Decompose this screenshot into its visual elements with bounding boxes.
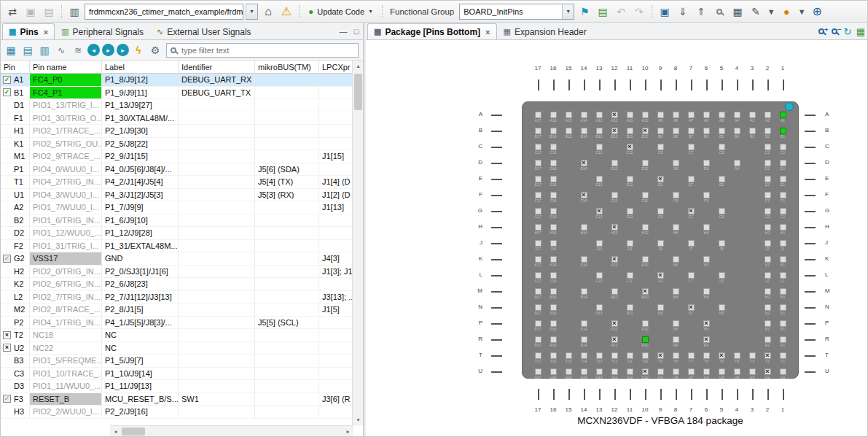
package-pin[interactable] (566, 352, 572, 359)
package-pin[interactable] (627, 208, 633, 214)
undo-icon[interactable]: ↶ (613, 4, 629, 20)
package-pin[interactable] (780, 336, 786, 343)
minimize-view-icon[interactable]: — (337, 25, 350, 38)
tab-pins[interactable]: ▦ Pins × (2, 23, 55, 39)
package-pin[interactable] (550, 160, 557, 166)
package-pin[interactable] (596, 368, 603, 375)
package-pin[interactable] (734, 352, 740, 359)
quick-route-icon[interactable]: ϟ (131, 43, 146, 58)
package-pin[interactable] (550, 352, 557, 359)
package-pin[interactable] (749, 128, 756, 134)
horizontal-scrollbar-thumb[interactable] (122, 428, 145, 436)
package-pin[interactable] (703, 288, 710, 295)
package-pin[interactable] (765, 176, 771, 182)
package-pin[interactable] (550, 240, 557, 247)
show-not-routed-pins-icon[interactable]: ▸ (117, 44, 129, 56)
scroll-up-icon[interactable]: ▴ (353, 61, 364, 71)
package-pin[interactable] (780, 288, 786, 295)
package-pin[interactable] (581, 368, 587, 375)
package-pin[interactable] (550, 288, 557, 295)
package-pin[interactable]: × (657, 272, 664, 279)
package-pin[interactable] (550, 176, 557, 182)
package-pin[interactable] (765, 192, 771, 198)
table-row[interactable]: P2PIO4_1/TRIG_IN...P4_1/J5[5]/J8[3]/...J… (1, 317, 353, 330)
export-icon[interactable]: ⇓ (675, 4, 691, 20)
table-row[interactable]: L2PIO2_7/TRIG_IN...P2_7/J1[12]/J3[13]J3[… (1, 291, 353, 304)
package-pin[interactable] (642, 256, 649, 263)
zoom-in-icon[interactable]: + (815, 25, 828, 38)
package-pin[interactable] (642, 112, 649, 118)
package-pin[interactable] (780, 240, 786, 247)
package-pin[interactable] (596, 144, 603, 150)
package-pin[interactable] (535, 128, 541, 134)
table-row[interactable]: D3PIO1_11/WUU0_...P1_11/J9[13] (1, 380, 353, 393)
package-pin[interactable] (703, 352, 710, 359)
package-pin[interactable] (550, 112, 557, 118)
package-pin[interactable] (535, 368, 541, 375)
package-pin[interactable]: × (611, 112, 618, 118)
package-pin[interactable] (627, 272, 633, 279)
package-pin[interactable] (596, 128, 603, 134)
package-pin[interactable] (780, 208, 786, 214)
package-pin[interactable] (535, 256, 541, 263)
export-image-icon[interactable]: ▦ (854, 25, 867, 38)
package-pin[interactable] (780, 176, 786, 182)
table-row[interactable]: ✓G2VSS17GNDJ4[3] (1, 252, 353, 266)
pin-checkbox[interactable]: ✓ (3, 88, 11, 96)
filter-input[interactable] (180, 45, 354, 55)
package-pin[interactable] (535, 240, 541, 247)
package-pin[interactable] (688, 128, 695, 134)
package-pin[interactable] (749, 368, 756, 375)
package-pin[interactable] (780, 128, 786, 134)
column-header[interactable]: LPCXpr (319, 61, 353, 73)
package-pin[interactable] (642, 320, 649, 327)
package-pin[interactable] (611, 352, 618, 359)
package-pin[interactable]: × (611, 256, 618, 263)
package-pin[interactable] (627, 128, 633, 134)
package-pin[interactable] (535, 336, 541, 343)
package-pin[interactable] (550, 320, 557, 327)
package-pin[interactable] (673, 320, 679, 327)
package-pin[interactable] (673, 352, 679, 359)
package-pin[interactable] (627, 304, 633, 311)
table-row[interactable]: ×U2NC22NC (1, 342, 353, 355)
horizontal-scrollbar[interactable]: ◂ ▸ (110, 425, 353, 436)
package-pin[interactable] (734, 160, 740, 166)
package-pin[interactable] (765, 160, 771, 166)
package-pin[interactable] (765, 288, 771, 295)
package-pin[interactable] (765, 208, 771, 214)
package-pin[interactable] (719, 128, 725, 134)
package-pin[interactable]: × (611, 224, 618, 231)
package-pin[interactable] (550, 256, 557, 263)
package-pin[interactable] (611, 192, 618, 198)
package-pin[interactable] (642, 160, 649, 166)
vertical-scrollbar[interactable]: ▴ ▾ (352, 61, 363, 425)
table-row[interactable]: ✓F3RESET_BMCU_RESET_B/S...SW1J3[6] (R (1, 393, 353, 406)
signal-compact-view-icon[interactable]: ≋ (71, 43, 85, 58)
problems-warning-icon[interactable]: ⚠ (278, 4, 294, 20)
package-pin[interactable] (596, 304, 603, 311)
package-pin[interactable]: × (642, 288, 649, 295)
transfer-config-icon[interactable]: ⇄ (4, 4, 20, 20)
search-icon[interactable] (711, 4, 727, 20)
maximize-view-icon[interactable]: □ (350, 25, 363, 38)
package-pin[interactable] (719, 272, 725, 279)
package-pin[interactable] (611, 368, 618, 375)
package-pin[interactable] (627, 368, 633, 375)
package-pin[interactable] (719, 240, 725, 247)
package-pin[interactable] (535, 208, 541, 214)
package-pin[interactable] (780, 144, 786, 150)
table-row[interactable]: C3PIO1_10/TRACE_...P1_10/J9[14] (1, 368, 353, 381)
package-pin[interactable] (581, 112, 587, 118)
package-pin[interactable] (596, 176, 603, 182)
close-icon[interactable]: × (44, 28, 48, 36)
package-pin[interactable] (673, 336, 679, 343)
import-icon[interactable]: ⇑ (693, 4, 709, 20)
show-routed-pins-icon[interactable]: ▸ (102, 44, 114, 56)
package-pin[interactable] (657, 144, 664, 150)
package-pin[interactable] (780, 256, 786, 263)
package-pin[interactable]: × (657, 352, 664, 359)
pin-checkbox[interactable]: ✓ (3, 76, 11, 84)
package-pin[interactable] (703, 160, 710, 166)
package-pin[interactable] (627, 112, 633, 118)
